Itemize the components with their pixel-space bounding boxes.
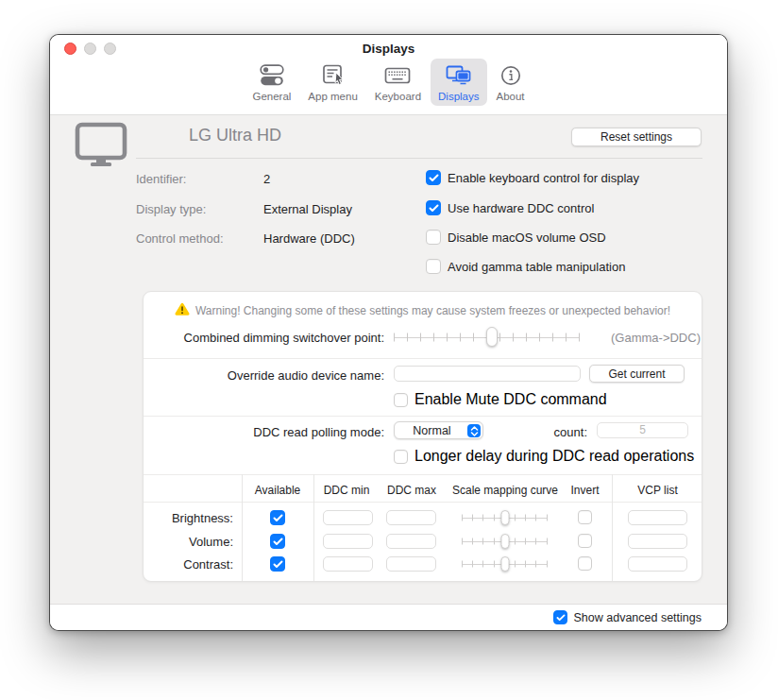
table-vline: [242, 474, 243, 581]
monitor-icon: [75, 122, 127, 171]
display-name: LG Ultra HD: [189, 126, 281, 145]
col-header-invert: Invert: [559, 484, 611, 497]
slider-thumb[interactable]: [500, 534, 509, 549]
enable-mute-checkbox[interactable]: [394, 393, 408, 407]
option-row: Enable keyboard control for display: [426, 170, 639, 185]
identifier-label: Identifier:: [136, 172, 186, 186]
audio-name-label: Override audio device name:: [144, 368, 384, 383]
option-row: Use hardware DDC control: [426, 200, 594, 215]
contrast-available-checkbox[interactable]: [270, 556, 285, 572]
document-cursor-icon: [320, 63, 347, 88]
advanced-panel: Warning! Changing some of these settings…: [143, 291, 702, 582]
tab-general[interactable]: General: [245, 59, 298, 106]
row-volume-label: Volume:: [144, 535, 233, 549]
row-brightness-label: Brightness:: [144, 511, 233, 525]
get-current-button[interactable]: Get current: [589, 365, 685, 383]
contrast-invert-checkbox[interactable]: [578, 556, 592, 571]
col-header-ddc-max: DDC max: [380, 484, 444, 497]
dimming-suffix: (Gamma->DDC): [611, 331, 701, 345]
tab-app-menu[interactable]: App menu: [300, 59, 364, 106]
keyboard-control-label: Enable keyboard control for display: [448, 171, 639, 185]
tab-app-menu-label: App menu: [308, 91, 357, 102]
toolbar: General App menu: [50, 59, 727, 106]
brightness-ddc-min-input[interactable]: [323, 510, 373, 525]
show-advanced-checkbox[interactable]: [553, 610, 567, 624]
contrast-ddc-max-input[interactable]: [386, 556, 436, 572]
count-label: count:: [502, 425, 587, 439]
toggles-icon: [259, 63, 285, 88]
contrast-vcp-input[interactable]: [628, 556, 687, 572]
warning-row: Warning! Changing some of these settings…: [144, 302, 702, 319]
table-vline: [313, 474, 314, 581]
reset-settings-button[interactable]: Reset settings: [571, 128, 702, 146]
warning-text: Warning! Changing some of these settings…: [195, 304, 670, 317]
polling-mode-select[interactable]: Normal: [394, 421, 483, 439]
window-title: Displays: [50, 42, 727, 56]
keyboard-control-checkbox[interactable]: [426, 170, 441, 185]
warning-icon: [175, 302, 190, 319]
slider-thumb[interactable]: [500, 510, 509, 525]
avoid-gamma-checkbox[interactable]: [426, 259, 441, 274]
tab-keyboard-label: Keyboard: [375, 91, 421, 102]
displays-icon: [446, 63, 472, 88]
option-row: Disable macOS volume OSD: [426, 230, 606, 245]
volume-ddc-max-input[interactable]: [386, 534, 436, 549]
col-header-curve: Scale mapping curve: [446, 484, 565, 497]
stepper-icon: [467, 424, 481, 437]
brightness-ddc-max-input[interactable]: [386, 510, 436, 525]
audio-name-input[interactable]: [394, 366, 581, 382]
slider-thumb[interactable]: [500, 556, 509, 572]
tab-keyboard[interactable]: Keyboard: [367, 59, 429, 106]
tab-about[interactable]: About: [489, 59, 533, 106]
brightness-curve-slider[interactable]: [462, 510, 548, 525]
display-type-value: External Display: [263, 202, 352, 216]
footer: Show advanced settings: [50, 604, 727, 630]
mute-row: Enable Mute DDC command: [394, 391, 607, 408]
show-advanced-row: Show advanced settings: [553, 610, 702, 624]
delay-row: Longer delay during DDC read operations: [394, 448, 694, 465]
col-header-available: Available: [242, 484, 313, 497]
enable-mute-label: Enable Mute DDC command: [414, 391, 607, 408]
tab-displays[interactable]: Displays: [431, 59, 486, 106]
brightness-vcp-input[interactable]: [628, 510, 687, 525]
hardware-ddc-label: Use hardware DDC control: [448, 201, 594, 215]
titlebar: Displays General: [50, 35, 727, 115]
polling-mode-label: DDC read polling mode:: [144, 425, 384, 439]
tab-general-label: General: [252, 91, 291, 102]
header-divider: [136, 158, 702, 159]
volume-curve-slider[interactable]: [462, 534, 548, 549]
panel-divider: [144, 416, 702, 417]
brightness-invert-checkbox[interactable]: [578, 510, 592, 524]
disable-osd-label: Disable macOS volume OSD: [448, 230, 606, 245]
option-row: Avoid gamma table manipulation: [426, 259, 625, 274]
info-icon: [498, 63, 524, 88]
panel-divider: [144, 358, 702, 359]
volume-vcp-input[interactable]: [628, 534, 687, 549]
keyboard-icon: [384, 63, 411, 88]
volume-invert-checkbox[interactable]: [578, 534, 592, 548]
tab-displays-label: Displays: [438, 91, 479, 102]
count-input[interactable]: 5: [597, 422, 688, 438]
row-contrast-label: Contrast:: [144, 557, 233, 572]
dimming-slider[interactable]: [394, 327, 580, 347]
show-advanced-label: Show advanced settings: [573, 611, 702, 624]
contrast-ddc-min-input[interactable]: [323, 556, 373, 572]
dimming-label: Combined dimming switchover point:: [144, 331, 384, 345]
longer-delay-label: Longer delay during DDC read operations: [414, 448, 694, 465]
control-method-label: Control method:: [136, 231, 224, 246]
slider-thumb[interactable]: [486, 327, 498, 347]
hardware-ddc-checkbox[interactable]: [426, 200, 441, 215]
control-method-value: Hardware (DDC): [263, 231, 355, 246]
identifier-value: 2: [263, 172, 270, 186]
volume-ddc-min-input[interactable]: [323, 534, 373, 549]
display-type-label: Display type:: [136, 202, 206, 216]
brightness-available-checkbox[interactable]: [270, 510, 285, 525]
table-header-divider: [144, 502, 702, 503]
longer-delay-checkbox[interactable]: [394, 450, 408, 464]
contrast-curve-slider[interactable]: [462, 556, 548, 572]
tab-about-label: About: [497, 91, 525, 102]
col-header-ddc-min: DDC min: [313, 484, 380, 497]
volume-available-checkbox[interactable]: [270, 534, 285, 549]
disable-osd-checkbox[interactable]: [426, 230, 441, 245]
displays-window: Displays General: [49, 34, 728, 631]
